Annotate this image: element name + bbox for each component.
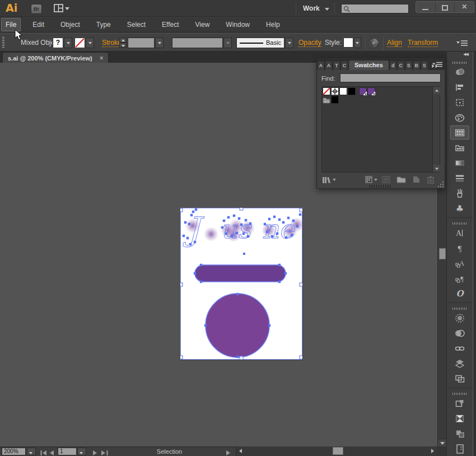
- character-panel-button[interactable]: A: [450, 226, 469, 240]
- scroll-down-button[interactable]: [438, 439, 447, 446]
- menu-object[interactable]: Object: [56, 18, 85, 31]
- zoom-level-dropdown[interactable]: [27, 448, 36, 455]
- menu-select[interactable]: Select: [123, 18, 150, 31]
- minimize-button[interactable]: [416, 2, 436, 12]
- stroke-weight-stepper[interactable]: [119, 38, 127, 48]
- status-display-flyout[interactable]: [226, 449, 231, 456]
- swatch-group-folder[interactable]: [323, 96, 330, 104]
- swatch-list-scrollbar[interactable]: [432, 87, 440, 172]
- swatch-scroll-down[interactable]: [433, 165, 440, 172]
- anchor-point[interactable]: [227, 216, 230, 218]
- anchor-point[interactable]: [190, 214, 193, 216]
- horizontal-scrollbar[interactable]: [236, 446, 437, 456]
- fill-color-dropdown[interactable]: [64, 38, 72, 48]
- dock-group-grip[interactable]: [452, 308, 467, 310]
- show-swatch-kinds-menu-button[interactable]: [365, 175, 380, 185]
- anchor-point[interactable]: [233, 215, 235, 217]
- anchor-point[interactable]: [231, 235, 233, 237]
- horizontal-scrollbar-thumb[interactable]: [333, 447, 343, 455]
- links-panel-button[interactable]: [450, 341, 469, 355]
- scroll-right-button[interactable]: [431, 449, 434, 453]
- layers-panel-button[interactable]: [450, 356, 469, 370]
- anchor-point[interactable]: [268, 218, 270, 220]
- anchor-point[interactable]: [249, 222, 251, 225]
- color-panel-button[interactable]: [450, 65, 469, 79]
- character-styles-panel-button[interactable]: A: [450, 256, 469, 270]
- search-input[interactable]: [352, 4, 407, 12]
- menu-window[interactable]: Window: [221, 18, 254, 31]
- swatch-global-color[interactable]: [359, 87, 367, 95]
- swatch-solid[interactable]: [339, 87, 347, 95]
- anchor-point[interactable]: [271, 235, 273, 238]
- close-document-icon[interactable]: ×: [100, 54, 104, 62]
- status-display[interactable]: Selection: [129, 448, 210, 455]
- expand-dock-button[interactable]: ◀◀: [463, 52, 468, 57]
- previous-artboard-button[interactable]: [49, 449, 54, 456]
- menu-help[interactable]: Help: [262, 18, 284, 31]
- tab-swatches[interactable]: Swatches: [348, 60, 389, 70]
- graphic-style-dropdown[interactable]: [354, 38, 361, 48]
- panel-tab-truncated[interactable]: A: [325, 61, 333, 70]
- anchor-point[interactable]: [223, 220, 225, 222]
- anchor-point[interactable]: [245, 219, 247, 221]
- anchor-point[interactable]: [194, 272, 196, 274]
- align-panel-button[interactable]: [450, 80, 469, 94]
- paragraph-panel-button[interactable]: ¶: [450, 241, 469, 255]
- flattener-preview-panel-button[interactable]: [450, 311, 469, 325]
- anchor-point[interactable]: [273, 216, 276, 218]
- selection-handle[interactable]: [240, 356, 243, 360]
- first-artboard-button[interactable]: [40, 449, 47, 456]
- circle-shape[interactable]: [206, 294, 269, 357]
- anchor-point[interactable]: [278, 264, 281, 266]
- transparency-panel-button[interactable]: [450, 326, 469, 340]
- anchor-point[interactable]: [266, 231, 268, 233]
- vertical-scrollbar-thumb[interactable]: [439, 248, 446, 259]
- panel-tab-truncated[interactable]: B: [413, 61, 421, 70]
- stroke-weight-down[interactable]: [119, 43, 127, 48]
- panel-tab-truncated[interactable]: A: [317, 61, 325, 70]
- bridge-button[interactable]: Br: [31, 4, 42, 14]
- menu-file[interactable]: File: [1, 18, 21, 31]
- brush-definition-field[interactable]: Basic: [236, 38, 284, 48]
- navigator-panel-button[interactable]: [450, 396, 469, 410]
- align-panel-link[interactable]: Align: [387, 39, 402, 47]
- anchor-point[interactable]: [195, 208, 197, 211]
- fill-color-well[interactable]: ?: [53, 38, 63, 48]
- opentype-panel-button[interactable]: O: [450, 286, 469, 300]
- swatch-scroll-up[interactable]: [433, 87, 440, 94]
- next-artboard-button[interactable]: [93, 449, 97, 456]
- dock-group-grip[interactable]: [452, 62, 467, 64]
- anchor-point[interactable]: [292, 220, 295, 222]
- panel-tab-truncated[interactable]: S: [405, 61, 413, 70]
- selection-handle[interactable]: [180, 356, 183, 359]
- stroke-weight-dropdown[interactable]: [155, 38, 164, 48]
- panel-resize-grip[interactable]: [437, 181, 444, 188]
- rounded-rectangle-shape[interactable]: [195, 265, 286, 282]
- anchor-point[interactable]: [221, 226, 223, 229]
- anchor-point[interactable]: [194, 241, 196, 243]
- swatch-libraries-panel-button[interactable]: [450, 141, 469, 155]
- anchor-point[interactable]: [189, 243, 192, 245]
- swatch-libraries-menu-button[interactable]: [321, 175, 336, 185]
- symbols-panel-button[interactable]: ♣: [450, 201, 469, 215]
- control-panel-menu-button[interactable]: [456, 40, 468, 48]
- anchor-point[interactable]: [204, 324, 207, 327]
- selection-handle[interactable]: [300, 283, 302, 286]
- selection-handle[interactable]: [180, 208, 183, 212]
- anchor-point[interactable]: [238, 217, 240, 220]
- anchor-point[interactable]: [236, 356, 239, 358]
- width-profile-dropdown[interactable]: [223, 38, 232, 48]
- workspace-switcher[interactable]: Work: [303, 4, 329, 12]
- recolor-artwork-button[interactable]: [368, 38, 379, 50]
- anchor-point[interactable]: [296, 225, 298, 227]
- control-bar-grip[interactable]: [2, 37, 4, 49]
- swatch-global-color[interactable]: [367, 87, 375, 95]
- artboards-panel-button[interactable]: [450, 371, 469, 385]
- gradient-panel-button[interactable]: [450, 156, 469, 170]
- artboard-number-dropdown[interactable]: [77, 448, 86, 455]
- swatch-none[interactable]: [323, 87, 330, 95]
- menu-view[interactable]: View: [191, 18, 214, 31]
- anchor-point[interactable]: [268, 324, 270, 327]
- panel-tab-truncated[interactable]: d: [389, 61, 397, 70]
- find-swatch-input[interactable]: [340, 73, 441, 82]
